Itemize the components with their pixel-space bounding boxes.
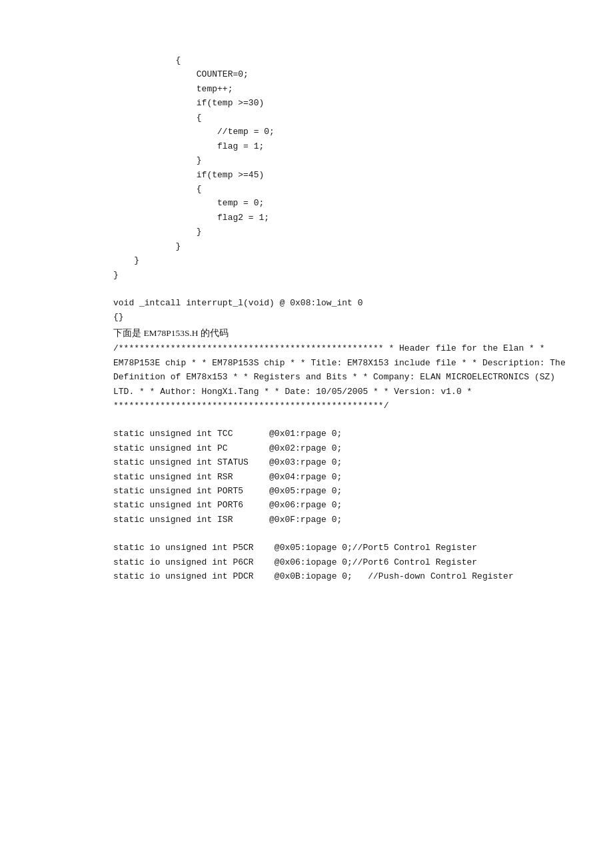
reg-pc: static unsigned int PC @0x02:rpage 0; bbox=[113, 443, 342, 453]
code-line: { bbox=[113, 55, 181, 65]
code-line: if(temp >=45) bbox=[113, 170, 264, 180]
io-pdcr: static io unsigned int PDCR @0x0B:iopage… bbox=[113, 571, 514, 581]
io-p6cr: static io unsigned int P6CR @0x06:iopage… bbox=[113, 557, 477, 567]
reg-rsr: static unsigned int RSR @0x04:rpage 0; bbox=[113, 472, 342, 482]
code-line: { bbox=[113, 113, 202, 123]
code-line: } bbox=[113, 255, 139, 265]
code-line: flag2 = 1; bbox=[113, 213, 269, 223]
code-line: //temp = 0; bbox=[113, 127, 275, 137]
code-line: { bbox=[113, 184, 202, 194]
code-line: } bbox=[113, 155, 202, 165]
code-line: if(temp >=30) bbox=[113, 98, 264, 108]
code-line: } bbox=[113, 270, 119, 280]
code-content: { COUNTER=0; temp++; if(temp >=30) { //t… bbox=[113, 53, 573, 583]
interrupt-function: void _intcall interrupt_l(void) @ 0x08:l… bbox=[113, 296, 573, 325]
interrupt-signature: void _intcall interrupt_l(void) @ 0x08:l… bbox=[113, 298, 362, 308]
register-declarations: static unsigned int TCC @0x01:rpage 0; s… bbox=[113, 427, 573, 527]
reg-tcc: static unsigned int TCC @0x01:rpage 0; bbox=[113, 429, 342, 439]
interrupt-body: {} bbox=[113, 312, 124, 322]
code-line: temp++; bbox=[113, 84, 233, 94]
io-declarations: static io unsigned int P5CR @0x05:iopage… bbox=[113, 541, 573, 583]
reg-port5: static unsigned int PORT5 @0x05:rpage 0; bbox=[113, 486, 342, 496]
comment-header-block: /***************************************… bbox=[113, 341, 573, 413]
io-p5cr: static io unsigned int P5CR @0x05:iopage… bbox=[113, 543, 477, 553]
code-line: flag = 1; bbox=[113, 141, 264, 151]
reg-status: static unsigned int STATUS @0x03:rpage 0… bbox=[113, 457, 342, 467]
code-line: temp = 0; bbox=[113, 198, 264, 208]
reg-port6: static unsigned int PORT6 @0x06:rpage 0; bbox=[113, 500, 342, 510]
reg-isr: static unsigned int ISR @0x0F:rpage 0; bbox=[113, 515, 342, 525]
code-line: COUNTER=0; bbox=[113, 69, 249, 79]
code-line: } bbox=[113, 227, 202, 237]
code-block-top: { COUNTER=0; temp++; if(temp >=30) { //t… bbox=[113, 53, 573, 282]
code-line: } bbox=[113, 241, 181, 251]
chinese-label: 下面是 EM78P153S.H 的代码 bbox=[113, 326, 573, 341]
